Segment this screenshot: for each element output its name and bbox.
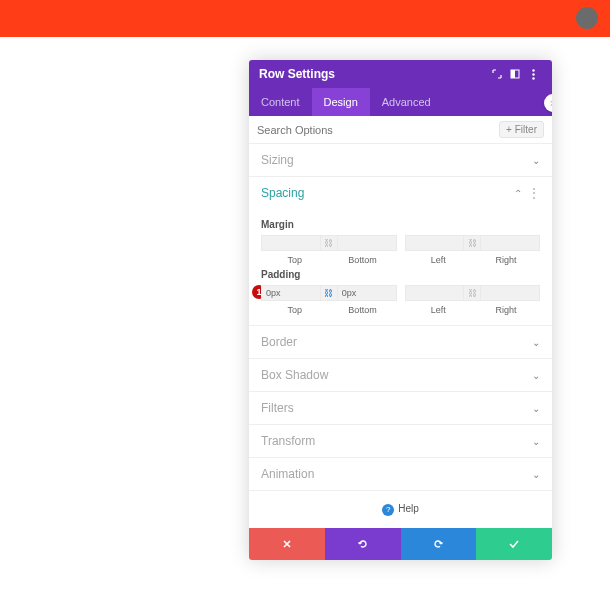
section-header-border[interactable]: Border⌄ — [249, 326, 552, 358]
margin-right-input[interactable] — [480, 235, 540, 251]
modal-footer — [249, 528, 552, 560]
svg-point-2 — [532, 69, 534, 71]
menu-dots-icon[interactable] — [524, 69, 542, 80]
chevron-down-icon: ⌄ — [532, 403, 540, 414]
undo-button[interactable] — [325, 528, 401, 560]
chevron-down-icon: ⌄ — [532, 337, 540, 348]
section-sizing: Sizing ⌄ — [249, 144, 552, 177]
link-icon[interactable]: ⛓ — [464, 235, 480, 251]
section-boxshadow: Box Shadow⌄ — [249, 359, 552, 392]
svg-rect-1 — [511, 70, 515, 78]
padding-row: 1 0px ⛓ 0px TopBottom ⛓ LeftRight — [261, 285, 540, 315]
margin-left-input[interactable] — [405, 235, 465, 251]
svg-point-4 — [532, 77, 534, 79]
save-button[interactable] — [476, 528, 552, 560]
link-icon[interactable]: ⛓ — [321, 285, 337, 301]
chevron-up-icon: ⌃ — [514, 188, 522, 199]
avatar[interactable] — [576, 7, 598, 29]
close-icon[interactable]: ✕ — [544, 94, 552, 112]
row-settings-modal: Row Settings Content Design Advanced ✕ +… — [249, 60, 552, 560]
expand-icon[interactable] — [488, 69, 506, 79]
spacing-body: Margin ⛓ TopBottom ⛓ LeftR — [249, 209, 552, 325]
section-header-boxshadow[interactable]: Box Shadow⌄ — [249, 359, 552, 391]
link-icon[interactable]: ⛓ — [464, 285, 480, 301]
help-icon: ? — [382, 504, 394, 516]
padding-left-input[interactable] — [405, 285, 465, 301]
section-header-filters[interactable]: Filters⌄ — [249, 392, 552, 424]
tab-design[interactable]: Design — [312, 88, 370, 116]
margin-label: Margin — [261, 219, 540, 230]
padding-bottom-input[interactable]: 0px — [337, 285, 397, 301]
filter-button[interactable]: +Filter — [499, 121, 544, 138]
section-border: Border⌄ — [249, 326, 552, 359]
page-topbar — [0, 0, 610, 37]
margin-top-input[interactable] — [261, 235, 321, 251]
padding-right-input[interactable] — [480, 285, 540, 301]
margin-bottom-input[interactable] — [337, 235, 397, 251]
snap-icon[interactable] — [506, 69, 524, 79]
help-link[interactable]: ?Help — [249, 491, 552, 528]
svg-point-3 — [532, 73, 534, 75]
link-icon[interactable]: ⛓ — [321, 235, 337, 251]
section-filters: Filters⌄ — [249, 392, 552, 425]
section-menu-icon[interactable]: ⋮ — [528, 186, 540, 200]
modal-header: Row Settings — [249, 60, 552, 88]
search-input[interactable] — [257, 124, 499, 136]
tab-advanced[interactable]: Advanced — [370, 88, 443, 116]
chevron-down-icon: ⌄ — [532, 370, 540, 381]
margin-row: ⛓ TopBottom ⛓ LeftRight — [261, 235, 540, 265]
chevron-down-icon: ⌄ — [532, 436, 540, 447]
modal-tabs: Content Design Advanced ✕ — [249, 88, 552, 116]
section-animation: Animation⌄ — [249, 458, 552, 491]
section-spacing: Spacing ⌃ ⋮ Margin ⛓ TopBottom ⛓ — [249, 177, 552, 326]
chevron-down-icon: ⌄ — [532, 469, 540, 480]
modal-title: Row Settings — [259, 67, 335, 81]
chevron-down-icon: ⌄ — [532, 155, 540, 166]
section-header-animation[interactable]: Animation⌄ — [249, 458, 552, 490]
search-row: +Filter — [249, 116, 552, 144]
tab-content[interactable]: Content — [249, 88, 312, 116]
section-header-transform[interactable]: Transform⌄ — [249, 425, 552, 457]
padding-label: Padding — [261, 269, 540, 280]
redo-button[interactable] — [401, 528, 477, 560]
section-transform: Transform⌄ — [249, 425, 552, 458]
padding-top-input[interactable]: 0px — [261, 285, 321, 301]
section-header-spacing[interactable]: Spacing ⌃ ⋮ — [249, 177, 552, 209]
cancel-button[interactable] — [249, 528, 325, 560]
section-header-sizing[interactable]: Sizing ⌄ — [249, 144, 552, 176]
